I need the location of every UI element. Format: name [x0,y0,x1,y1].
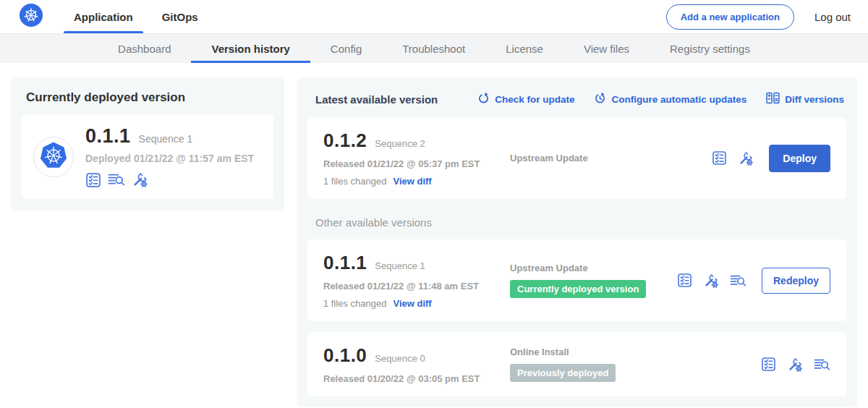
subnav-tab-version-history[interactable]: Version history [191,34,310,63]
preflight-checks-icon[interactable] [712,150,727,166]
subnav-tab-config-label: Config [331,43,362,55]
configure-automatic-updates-label: Configure automatic updates [611,94,746,105]
deploy-logs-icon[interactable] [814,357,830,372]
deployed-timestamp: Deployed 01/21/22 @ 11:57 am EST [85,153,254,164]
deployed-version-number: 0.1.1 [85,125,131,148]
deployed-sequence-label: Sequence 1 [139,133,193,145]
subnav-tab-view-files[interactable]: View files [563,34,650,63]
deploy-logs-icon[interactable] [730,273,746,288]
edit-config-icon[interactable] [738,150,754,166]
sequence-label: Sequence 0 [375,353,425,364]
tab-gitops-label: GitOps [162,11,198,23]
version-card-actions: Redeploy [677,268,830,294]
deployed-version-info: 0.1.1 Sequence 1 Deployed 01/21/22 @ 11:… [85,125,254,188]
subnav-tab-license[interactable]: License [485,34,563,63]
top-header: Application GitOps Add a new application… [0,0,868,33]
currently-deployed-panel: Currently deployed version [11,77,284,211]
deploy-button[interactable]: Deploy [769,145,830,172]
version-card-0-1-2: 0.1.2 Sequence 2 Released 01/21/22 @ 05:… [307,117,846,199]
source-label: Upstream Update [510,263,677,273]
configure-automatic-updates-link[interactable]: Configure automatic updates [594,92,746,106]
source-label: Online Install [510,347,761,357]
version-info: 0.1.0 Sequence 0 Released 01/20/22 @ 03:… [323,344,510,384]
logout-button[interactable]: Log out [814,11,851,23]
edit-config-icon[interactable] [703,273,719,289]
currently-deployed-badge: Currently deployed version [510,280,646,298]
deploy-logs-icon[interactable] [108,172,125,187]
version-source: Upstream Update Currently deployed versi… [510,263,677,298]
app-logo [19,0,43,33]
subnav-tab-dashboard[interactable]: Dashboard [98,34,191,63]
version-actions: Check for update Configure automatic upd… [477,92,844,106]
released-timestamp: Released 01/21/22 @ 11:48 am EST [323,281,510,292]
version-history-panel: Latest available version Check for updat… [297,77,857,407]
tab-gitops[interactable]: GitOps [152,0,208,33]
app-subnav: Dashboard Version history Config Trouble… [0,33,868,63]
sequence-label: Sequence 1 [375,260,425,271]
version-card-0-1-0: 0.1.0 Sequence 0 Released 01/20/22 @ 03:… [307,332,846,396]
subnav-tab-registry-settings-label: Registry settings [670,43,750,55]
version-number: 0.1.2 [323,129,367,152]
released-timestamp: Released 01/21/22 @ 05:37 pm EST [323,158,510,169]
currently-deployed-title: Currently deployed version [26,90,273,105]
app-icon-ring [33,137,74,177]
version-number: 0.1.1 [323,252,367,274]
edit-config-icon[interactable] [132,171,148,188]
refresh-icon [477,92,490,106]
check-for-update-label: Check for update [495,94,574,105]
diff-versions-label: Diff versions [785,94,844,105]
deployed-actions [85,171,254,188]
preflight-checks-icon[interactable] [677,273,692,288]
subnav-tab-dashboard-label: Dashboard [118,43,171,55]
kubernetes-logo-icon [19,3,43,30]
subnav-tab-view-files-label: View files [584,43,629,55]
version-info: 0.1.2 Sequence 2 Released 01/21/22 @ 05:… [323,129,510,187]
files-changed: 1 files changedView diff [323,176,510,187]
diff-versions-link[interactable]: Diff versions [766,92,844,106]
files-changed-label: 1 files changed [323,176,386,187]
sequence-label: Sequence 2 [375,138,425,149]
deployed-version-card: 0.1.1 Sequence 1 Deployed 01/21/22 @ 11:… [22,114,273,199]
version-source: Upstream Update [510,153,712,163]
latest-available-header: Latest available version Check for updat… [307,88,846,106]
subnav-tab-license-label: License [506,43,543,55]
subnav-tab-version-history-label: Version history [211,43,289,55]
subnav-tab-troubleshoot-label: Troubleshoot [402,43,465,55]
check-for-update-link[interactable]: Check for update [477,92,574,106]
view-diff-link[interactable]: View diff [393,298,431,309]
source-label: Upstream Update [510,153,712,163]
tab-application-label: Application [74,11,133,23]
latest-available-title: Latest available version [315,93,438,106]
version-number: 0.1.0 [323,344,367,367]
view-diff-link[interactable]: View diff [393,176,431,187]
redeploy-button[interactable]: Redeploy [762,268,830,294]
released-timestamp: Released 01/20/22 @ 03:05 pm EST [323,373,510,384]
subnav-tab-troubleshoot[interactable]: Troubleshoot [382,34,485,63]
subnav-tab-config[interactable]: Config [310,34,382,63]
main-content: Currently deployed version [0,63,868,407]
preflight-checks-icon[interactable] [761,357,776,372]
version-card-0-1-1: 0.1.1 Sequence 1 Released 01/21/22 @ 11:… [307,239,846,321]
tab-application[interactable]: Application [64,0,143,33]
files-changed: 1 files changedView diff [323,298,510,309]
version-card-actions: Deploy [712,145,830,172]
version-card-actions [761,357,830,373]
files-changed-label: 1 files changed [323,298,386,309]
edit-config-icon[interactable] [787,357,803,373]
auto-update-clock-icon [594,92,606,106]
kubernetes-logo-icon [35,137,72,177]
diff-icon [766,92,780,106]
preflight-checks-icon[interactable] [85,172,101,188]
header-spacer [217,0,666,33]
version-source: Online Install Previously deployed [510,347,761,382]
subnav-tab-registry-settings[interactable]: Registry settings [650,34,770,63]
previously-deployed-badge: Previously deployed [510,364,616,382]
version-info: 0.1.1 Sequence 1 Released 01/21/22 @ 11:… [323,252,510,309]
other-available-title: Other available versions [315,216,846,229]
add-application-button[interactable]: Add a new application [666,4,794,30]
